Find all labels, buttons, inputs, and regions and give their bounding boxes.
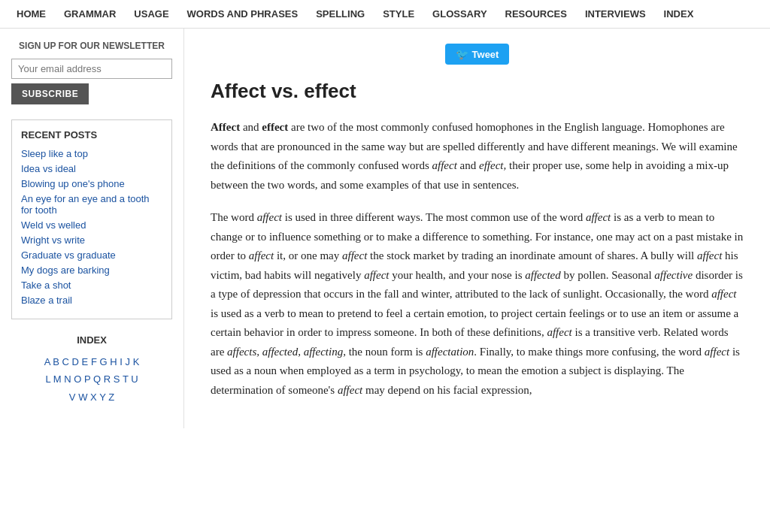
recent-posts-list: Sleep like a topIdea vs idealBlowing up … [21,148,162,306]
recent-post-link[interactable]: My dogs are barking [21,264,162,276]
index-section: INDEX A B C D E F G H I J KL M N O P Q R… [11,334,172,406]
index-letter-g[interactable]: G [99,356,107,367]
index-letters: A B C D E F G H I J KL M N O P Q R S T U… [11,353,172,406]
recent-post-link[interactable]: Take a shot [21,280,162,291]
body-paragraph: The word affect is used in three differe… [211,208,744,400]
article-title: Affect vs. effect [211,80,744,103]
intro-paragraph: Affect and effect are two of the most co… [211,118,744,195]
index-row: L M N O P Q R S T U [11,370,172,388]
sidebar: SIGN UP FOR OUR NEWSLETTER SUBSCRIBE REC… [0,29,184,428]
recent-posts-title: RECENT POSTS [21,129,162,141]
index-letter-c[interactable]: C [62,356,69,367]
nav-item-interviews[interactable]: INTERVIEWS [576,8,655,20]
index-letter-i[interactable]: I [120,356,123,367]
index-title: INDEX [11,334,172,346]
recent-posts-box: RECENT POSTS Sleep like a topIdea vs ide… [11,119,172,319]
index-letter-d[interactable]: D [72,356,79,367]
recent-post-link[interactable]: Weld vs welled [21,219,162,231]
nav-item-index[interactable]: INDEX [655,8,703,20]
nav-item-words-and-phrases[interactable]: WORDS AND PHRASES [178,8,308,20]
tweet-button[interactable]: 🐦 Tweet [445,44,510,65]
index-row: V W X Y Z [11,388,172,406]
recent-post-link[interactable]: An eye for an eye and a tooth for tooth [21,193,162,216]
tweet-label: Tweet [472,49,499,60]
index-letter-o[interactable]: O [74,373,81,385]
index-letter-j[interactable]: J [126,356,131,367]
index-letter-r[interactable]: R [104,373,111,385]
index-letter-f[interactable]: F [91,356,97,367]
main-content: 🐦 Tweet Affect vs. effect Affect and eff… [184,29,770,428]
index-letter-m[interactable]: M [53,373,62,385]
recent-post-link[interactable]: Wright vs write [21,234,162,246]
recent-post-link[interactable]: Blowing up one's phone [21,178,162,189]
index-letter-h[interactable]: H [110,356,117,367]
index-letter-u[interactable]: U [131,373,138,385]
index-letter-w[interactable]: W [78,391,87,403]
index-row: A B C D E F G H I J K [11,353,172,370]
index-letter-a[interactable]: A [44,356,50,367]
twitter-icon: 🐦 [456,48,468,60]
recent-post-link[interactable]: Idea vs ideal [21,163,162,174]
index-letter-z[interactable]: Z [108,391,114,403]
nav-item-glossary[interactable]: GLOSSARY [423,8,496,20]
nav-item-home[interactable]: HOME [8,8,55,20]
index-letter-l[interactable]: L [45,373,50,385]
index-letter-x[interactable]: X [90,391,97,403]
index-letter-y[interactable]: Y [99,391,105,403]
index-letter-e[interactable]: E [82,356,89,367]
index-letter-t[interactable]: T [123,373,129,385]
top-navigation: HOMEGRAMMARUSAGEWORDS AND PHRASESSPELLIN… [0,0,770,29]
signup-section: SIGN UP FOR OUR NEWSLETTER SUBSCRIBE [11,40,172,104]
article: Affect vs. effect Affect and effect are … [211,80,744,400]
article-body: Affect and effect are two of the most co… [211,118,744,400]
tweet-bar: 🐦 Tweet [211,44,744,65]
index-letter-b[interactable]: B [53,356,59,367]
nav-item-spelling[interactable]: SPELLING [307,8,374,20]
index-letter-q[interactable]: Q [93,373,101,385]
nav-item-resources[interactable]: RESOURCES [496,8,576,20]
recent-post-link[interactable]: Sleep like a top [21,148,162,159]
nav-item-usage[interactable]: USAGE [125,8,177,20]
index-letter-s[interactable]: S [114,373,120,385]
index-letter-n[interactable]: N [64,373,71,385]
signup-label: SIGN UP FOR OUR NEWSLETTER [11,40,172,53]
nav-item-style[interactable]: STYLE [374,8,423,20]
index-letter-v[interactable]: V [69,391,76,403]
recent-post-link[interactable]: Blaze a trail [21,295,162,306]
recent-post-link[interactable]: Graduate vs graduate [21,249,162,261]
index-letter-p[interactable]: P [84,373,90,385]
nav-item-grammar[interactable]: GRAMMAR [55,8,125,20]
email-input[interactable] [11,59,172,79]
subscribe-button[interactable]: SUBSCRIBE [11,83,89,104]
index-letter-k[interactable]: K [133,356,140,367]
